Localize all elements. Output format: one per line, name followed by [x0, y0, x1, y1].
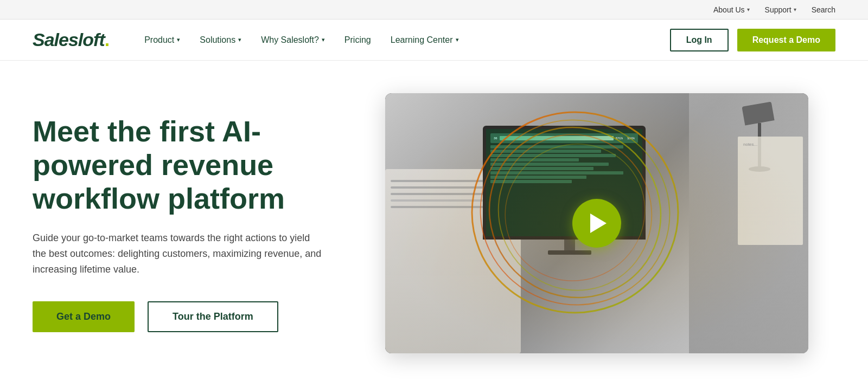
product-label: Product — [144, 35, 174, 45]
about-us-chevron-icon: ▾ — [747, 7, 750, 12]
play-icon — [590, 214, 607, 233]
main-nav: Salesloft. Product ▾ Solutions ▾ Why Sal… — [0, 20, 868, 61]
screen-row — [490, 167, 593, 170]
tour-platform-button[interactable]: Tour the Platform — [148, 301, 278, 332]
hero-ctas: Get a Demo Tour the Platform — [33, 301, 326, 332]
nav-learning-center[interactable]: Learning Center ▾ — [382, 31, 468, 49]
screen-content: 36 $762k $340k — [486, 129, 642, 189]
nav-links: Product ▾ Solutions ▾ Why Salesloft? ▾ P… — [136, 31, 669, 49]
why-salesloft-label: Why Salesloft? — [261, 35, 319, 45]
search-label: Search — [812, 5, 835, 14]
login-button[interactable]: Log In — [670, 29, 729, 51]
hero-right: 36 $762k $340k — [358, 93, 835, 353]
support-label: Support — [765, 5, 792, 14]
screen-row — [490, 163, 609, 166]
solutions-label: Solutions — [200, 35, 235, 45]
video-container[interactable]: 36 $762k $340k — [385, 93, 808, 353]
logo-dot: . — [105, 29, 110, 50]
screen-bar: 36 $762k $340k — [490, 133, 638, 143]
pricing-label: Pricing — [344, 35, 371, 45]
about-us-label: About Us — [713, 5, 745, 14]
learning-center-label: Learning Center — [391, 35, 453, 45]
monitor-base — [548, 250, 591, 255]
about-us-link[interactable]: About Us ▾ — [713, 5, 750, 14]
lamp-head — [742, 101, 774, 125]
get-demo-button[interactable]: Get a Demo — [33, 301, 135, 332]
support-link[interactable]: Support ▾ — [765, 5, 796, 14]
nav-pricing[interactable]: Pricing — [336, 31, 380, 49]
monitor-screen: 36 $762k $340k — [483, 126, 646, 240]
hero-left: Meet the first AI-powered revenue workfl… — [33, 114, 358, 332]
support-chevron-icon: ▾ — [794, 7, 796, 12]
hero-headline: Meet the first AI-powered revenue workfl… — [33, 114, 326, 215]
screen-row — [490, 176, 586, 179]
screen-rows — [490, 145, 638, 183]
screen-row — [490, 150, 601, 153]
monitor: 36 $762k $340k — [483, 126, 656, 267]
logo-text: Salesloft — [33, 29, 105, 50]
why-salesloft-chevron-icon: ▾ — [322, 36, 325, 43]
logo[interactable]: Salesloft. — [33, 29, 110, 50]
nav-why-salesloft[interactable]: Why Salesloft? ▾ — [252, 31, 334, 49]
screen-row — [490, 154, 616, 157]
hero-subtext: Guide your go-to-market teams towards th… — [33, 230, 326, 277]
search-link[interactable]: Search — [812, 5, 835, 14]
play-button[interactable] — [572, 199, 621, 248]
nav-product[interactable]: Product ▾ — [136, 31, 189, 49]
request-demo-button[interactable]: Request a Demo — [737, 29, 835, 51]
nav-actions: Log In Request a Demo — [670, 29, 835, 51]
screen-row — [490, 171, 623, 174]
screen-row — [490, 180, 572, 183]
learning-center-chevron-icon: ▾ — [456, 36, 459, 43]
top-bar: About Us ▾ Support ▾ Search — [0, 0, 868, 20]
monitor-stand — [564, 240, 575, 250]
solutions-chevron-icon: ▾ — [238, 36, 241, 43]
hero-section: Meet the first AI-powered revenue workfl… — [0, 61, 868, 386]
notebook — [738, 137, 803, 245]
screen-row — [490, 158, 579, 161]
nav-solutions[interactable]: Solutions ▾ — [191, 31, 250, 49]
screen-row — [490, 145, 623, 148]
product-chevron-icon: ▾ — [177, 36, 180, 43]
